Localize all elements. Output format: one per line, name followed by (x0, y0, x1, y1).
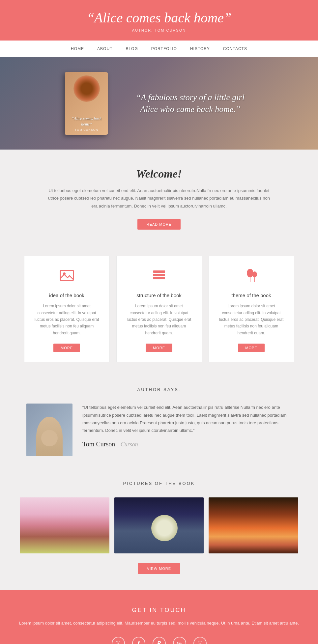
feature-text-structure: Lorem ipsum dolor sit amet consectetur a… (125, 303, 193, 336)
author-signature: Curson (121, 441, 138, 448)
svg-rect-2 (153, 270, 165, 273)
feature-card-theme: theme of the book Lorem ipsum dolor sit … (209, 256, 294, 362)
welcome-section: Welcome! Ut telloribus eget elemetum vel… (0, 150, 318, 246)
image-icon (33, 268, 101, 287)
social-icons: 𝕏 f P G+ ☉ (7, 637, 311, 644)
features-section: idea of the book Lorem ipsum dolor sit a… (0, 246, 318, 380)
picture-moon (114, 497, 204, 553)
picture-sunset (209, 497, 298, 553)
feature-title-theme: theme of the book (217, 293, 286, 298)
nav-contacts[interactable]: CONTACTS (223, 46, 247, 51)
facebook-icon[interactable]: f (132, 637, 145, 644)
picture-cherry (20, 497, 109, 553)
hero-section: “Alice comes back home” TOM CURSON “A fa… (0, 57, 318, 150)
footer-cta-title: GET IN TOUCH (7, 607, 311, 614)
footer-cta-text: Lorem ipsum dolor sit amet, consectetur … (7, 620, 311, 627)
footer-cta: GET IN TOUCH Lorem ipsum dolor sit amet,… (0, 590, 318, 644)
nav-history[interactable]: HISTORY (190, 46, 210, 51)
feature-text-theme: Lorem ipsum dolor sit amet consectetur a… (217, 303, 286, 336)
feature-text-idea: Lorem ipsum dolor sit amet consectetur a… (33, 303, 101, 336)
svg-point-7 (252, 271, 257, 277)
twitter-icon[interactable]: 𝕏 (112, 637, 125, 644)
hero-quote: “A fabulous story of a little girl Alice… (128, 92, 253, 116)
globe-icon[interactable]: ☉ (193, 637, 207, 644)
pictures-label: PICTURES OF THE BOOK (20, 481, 298, 486)
author-photo (26, 404, 72, 456)
author-quote-text: “Ut telloribus eget elemetum vel curleif… (82, 404, 292, 434)
svg-rect-0 (60, 270, 73, 280)
author-section: AUTHOR SAYS: “Ut telloribus eget elemetu… (0, 380, 318, 474)
book-cover-title: “Alice comes back home” (68, 116, 105, 127)
site-header: “Alice comes back home” AUTHOR: TOM CURS… (0, 0, 318, 41)
more-button-idea[interactable]: MORE (53, 344, 80, 352)
pictures-grid (20, 497, 298, 553)
balloon-icon (217, 268, 286, 287)
author-label: AUTHOR SAYS: (26, 387, 292, 392)
nav-blog[interactable]: BLOG (126, 46, 138, 51)
nav-home[interactable]: HOME (71, 46, 84, 51)
view-more-button[interactable]: VIEW MORE (138, 563, 180, 574)
welcome-text: Ut telloribus eget elemetum vel curleif … (46, 187, 272, 210)
books-icon (125, 268, 193, 287)
feature-card-idea: idea of the book Lorem ipsum dolor sit a… (24, 256, 110, 362)
author-name: Tom Curson (82, 440, 115, 448)
nav-portfolio[interactable]: PORTFOLIO (151, 46, 177, 51)
more-button-structure[interactable]: MORE (146, 344, 172, 352)
book-cover-author: TOM CURSON (75, 128, 98, 131)
read-more-button[interactable]: READ MORE (137, 219, 181, 230)
book-cover: “Alice comes back home” TOM CURSON (65, 72, 108, 135)
site-subtitle: AUTHOR: TOM CURSON (7, 28, 311, 32)
welcome-title: Welcome! (46, 168, 272, 180)
site-title: “Alice comes back home” (7, 10, 311, 26)
svg-rect-4 (153, 277, 165, 279)
feature-card-structure: structure of the book Lorem ipsum dolor … (116, 256, 202, 362)
main-nav: HOME ABOUT BLOG PORTFOLIO HISTORY CONTAC… (0, 41, 318, 57)
feature-title-structure: structure of the book (125, 293, 193, 298)
more-button-theme[interactable]: MopE (238, 344, 264, 352)
svg-point-5 (247, 269, 253, 277)
nav-about[interactable]: ABOUT (97, 46, 112, 51)
pinterest-icon[interactable]: P (153, 637, 166, 644)
googleplus-icon[interactable]: G+ (173, 637, 186, 644)
author-quote-block: “Ut telloribus eget elemetum vel curleif… (82, 404, 292, 448)
pictures-section: PICTURES OF THE BOOK VIEW MORE (0, 474, 318, 590)
svg-rect-3 (153, 274, 165, 276)
feature-title-idea: idea of the book (33, 293, 101, 298)
